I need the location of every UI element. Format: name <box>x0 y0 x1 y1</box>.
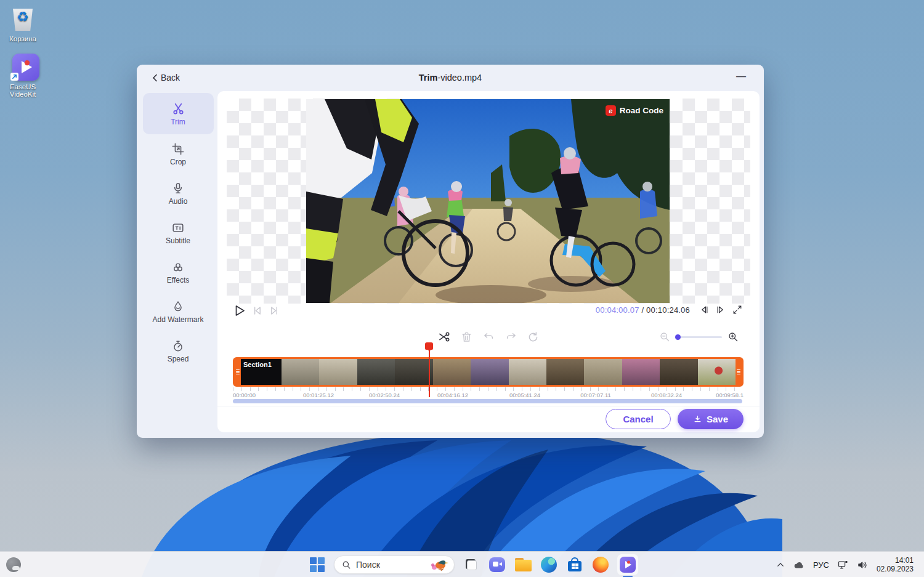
playback-controls <box>235 305 280 317</box>
timeline-thumbnail[interactable] <box>509 359 546 385</box>
sidebar-item-label: Effects <box>167 276 189 284</box>
search-highlight-bird-icon <box>431 557 449 572</box>
sidebar-item-label: Speed <box>168 355 189 363</box>
zoom-in-icon[interactable] <box>727 331 739 342</box>
fullscreen-button[interactable] <box>732 305 742 315</box>
taskbar-center: Поиск <box>308 552 638 577</box>
timeline-thumbnail[interactable] <box>319 359 357 385</box>
timeline-thumbnail[interactable]: Section1 <box>241 359 282 385</box>
firefox-button[interactable] <box>591 555 610 574</box>
timeline-thumbnail[interactable] <box>433 359 471 385</box>
undo-button[interactable] <box>482 331 495 344</box>
sidebar-item-trim[interactable]: Trim <box>143 93 214 134</box>
timeline-left-trim-handle[interactable] <box>235 359 241 385</box>
timeline-scrollbar[interactable] <box>233 399 742 403</box>
speed-stopwatch-icon <box>171 339 185 353</box>
ruler-label: 00:05:41.24 <box>509 392 540 398</box>
ruler-label: 00:04:16.12 <box>437 392 468 398</box>
window-header: Back Trim-video.mp4 — <box>137 65 764 92</box>
cancel-button[interactable]: Cancel <box>606 409 671 429</box>
timeline-thumbnail[interactable] <box>546 359 584 385</box>
rotate-button[interactable] <box>527 331 540 344</box>
timeline-thumbnail[interactable] <box>471 359 508 385</box>
tray-chevron-up-icon[interactable] <box>776 560 785 569</box>
cut-scissors-button[interactable] <box>437 330 451 344</box>
shortcut-arrow-icon <box>10 73 18 81</box>
delete-button[interactable] <box>460 331 473 344</box>
edit-toolbar <box>437 330 540 344</box>
microsoft-store-button[interactable] <box>565 555 584 574</box>
skip-to-end-button[interactable] <box>269 305 280 316</box>
volume-icon[interactable] <box>857 560 869 570</box>
skip-to-start-button[interactable] <box>252 305 262 316</box>
playhead-handle[interactable] <box>425 342 433 350</box>
start-button[interactable] <box>308 555 326 574</box>
sidebar-item-label: Audio <box>169 197 188 206</box>
easeus-videokit-icon <box>9 53 37 81</box>
chat-app-button[interactable] <box>488 555 506 574</box>
widgets-button[interactable] <box>6 557 21 572</box>
timeline-thumbnail[interactable] <box>584 359 622 385</box>
redo-button[interactable] <box>505 331 517 344</box>
search-placeholder: Поиск <box>356 560 426 570</box>
easeus-icon <box>620 557 636 573</box>
sidebar-item-add-watermark[interactable]: Add Watermark <box>143 292 214 331</box>
playhead-line[interactable] <box>429 350 430 397</box>
easeus-videokit-taskbar-button[interactable] <box>617 554 638 575</box>
watermark-drop-icon <box>171 300 185 313</box>
footer-divider <box>217 406 760 406</box>
video-frame <box>306 99 670 303</box>
timeline-thumbnail[interactable] <box>698 359 736 385</box>
search-box[interactable]: Поиск <box>334 555 455 574</box>
sidebar-item-label: Add Watermark <box>153 315 204 324</box>
timeline-thumbnail[interactable] <box>282 359 319 385</box>
sidebar-item-effects[interactable]: Effects <box>143 252 214 292</box>
sidebar-item-speed[interactable]: Speed <box>143 331 214 371</box>
chat-icon <box>489 557 505 572</box>
ruler-label: 00:01:25.12 <box>303 392 334 398</box>
previous-frame-button[interactable] <box>699 305 709 315</box>
crop-icon <box>171 142 185 156</box>
scissors-icon <box>171 102 185 116</box>
sidebar-item-subtitle[interactable]: Subtitle <box>143 213 214 252</box>
timeline-clip[interactable]: Section1 <box>233 357 744 387</box>
zoom-out-icon[interactable] <box>659 331 670 342</box>
edge-browser-button[interactable] <box>540 555 558 574</box>
window-title: Trim-video.mp4 <box>137 73 764 83</box>
time-and-frame-controls: 00:04:00.07 / 00:10:24.06 <box>596 305 742 315</box>
minimize-button[interactable]: — <box>734 70 748 83</box>
timeline-thumbnail[interactable] <box>357 359 395 385</box>
desktop: ♻ Корзина EaseUS VideoKit Back Trim-vide <box>0 0 924 577</box>
video-preview[interactable]: e Road Code <box>306 99 670 303</box>
taskbar-clock[interactable]: 14:01 02.09.2023 <box>877 556 914 573</box>
desktop-icon-recycle-bin[interactable]: ♻ Корзина <box>0 5 46 42</box>
ruler-label: 00:09:58.1 <box>716 392 744 398</box>
total-time: 00:10:24.06 <box>646 305 690 315</box>
zoom-slider-handle[interactable] <box>675 334 681 340</box>
timeline-thumbnails[interactable]: Section1 <box>241 359 736 385</box>
network-icon[interactable] <box>837 560 849 570</box>
next-frame-button[interactable] <box>716 305 726 315</box>
system-tray: РУС 14:01 02.09.2023 <box>776 552 924 577</box>
save-button[interactable]: Save <box>678 409 744 429</box>
timeline-thumbnail[interactable] <box>395 359 432 385</box>
download-icon <box>693 414 702 424</box>
timeline-thumbnail[interactable] <box>622 359 660 385</box>
task-view-button[interactable] <box>462 555 480 574</box>
zoom-slider[interactable] <box>676 336 722 338</box>
folder-icon <box>515 558 532 571</box>
timeline-right-trim-handle[interactable] <box>736 359 742 385</box>
file-explorer-button[interactable] <box>514 555 532 574</box>
sidebar-item-label: Subtitle <box>166 236 190 245</box>
microphone-icon <box>171 182 185 195</box>
ruler-label: 00:00:00 <box>233 392 256 398</box>
timecode: 00:04:00.07 / 00:10:24.06 <box>596 305 690 315</box>
desktop-icon-easeus-videokit[interactable]: EaseUS VideoKit <box>0 53 46 98</box>
main-panel: e Road Code 00:04:00.07 / 00:10:24.06 <box>217 91 760 432</box>
play-button[interactable] <box>235 305 245 317</box>
language-indicator[interactable]: РУС <box>813 560 829 570</box>
timeline-thumbnail[interactable] <box>660 359 697 385</box>
sidebar-item-audio[interactable]: Audio <box>143 174 214 213</box>
onedrive-cloud-icon[interactable] <box>793 560 805 570</box>
sidebar-item-crop[interactable]: Crop <box>143 134 214 174</box>
